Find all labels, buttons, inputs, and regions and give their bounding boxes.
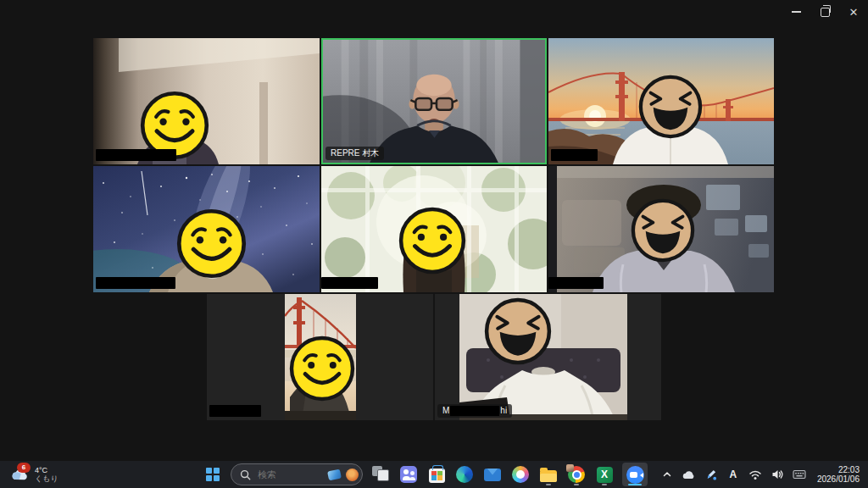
pen-input-icon[interactable] [704, 465, 719, 484]
weather-temperature: 4°C [35, 466, 58, 474]
start-button[interactable] [203, 463, 223, 486]
redacted-name-label [96, 149, 176, 161]
file-explorer-icon [540, 470, 557, 482]
running-indicator [574, 484, 579, 486]
video-tile-middle-left[interactable] [93, 166, 320, 292]
video-background-gray-curtain [323, 40, 545, 163]
chrome-profile-picture [566, 464, 574, 472]
video-tile-top-left[interactable] [93, 38, 320, 164]
taskbar-app-excel[interactable]: X [594, 463, 615, 486]
microsoft-store-icon [429, 469, 445, 483]
taskbar-app-file-explorer[interactable] [538, 463, 559, 486]
smiling-face-sticker [398, 206, 467, 275]
edge-browser-icon [456, 466, 473, 483]
taskbar-app-microsoft-store[interactable] [426, 463, 447, 486]
wifi-icon[interactable] [748, 465, 763, 484]
video-tile-top-right[interactable] [548, 38, 774, 164]
clock-time: 22:03 [838, 465, 860, 474]
search-highlight-image-icon[interactable] [327, 469, 342, 480]
hidden-icons-chevron[interactable] [659, 465, 675, 484]
taskbar-app-chat[interactable] [398, 463, 419, 486]
video-tile-middle-center[interactable] [321, 166, 547, 292]
window-controls: ✕ [782, 0, 868, 24]
taskbar-clock[interactable]: 22:03 2026/01/06 [814, 465, 863, 484]
laughing-face-sticker [483, 297, 553, 366]
weather-widget[interactable]: 6 4°C くもり [5, 461, 64, 488]
participant-name-label-partially-redacted: Mhi [437, 404, 512, 418]
taskbar-app-chrome[interactable] [566, 463, 587, 486]
minimize-button[interactable] [782, 0, 810, 24]
taskbar-app-copilot[interactable] [510, 463, 531, 486]
taskbar-app-zoom-active[interactable] [622, 463, 648, 486]
taskbar-app-edge[interactable] [454, 463, 475, 486]
search-icon [240, 469, 251, 480]
zoom-app-icon [626, 466, 644, 484]
video-tile-bottom-left[interactable] [207, 294, 433, 420]
redacted-name-label [321, 277, 378, 289]
taskbar-app-mail[interactable] [482, 463, 503, 486]
smiling-face-sticker [175, 208, 248, 280]
running-indicator [546, 484, 551, 486]
taskbar-app-task-view[interactable] [370, 463, 391, 486]
mail-icon [484, 469, 501, 481]
restore-button[interactable] [810, 0, 839, 24]
redacted-name-label [548, 277, 604, 289]
touch-keyboard-icon[interactable] [792, 465, 807, 484]
task-view-icon [374, 468, 387, 481]
running-indicator [602, 484, 607, 486]
notification-badge: 6 [17, 463, 31, 473]
active-app-indicator [628, 484, 642, 486]
search-input[interactable] [256, 469, 323, 480]
desktop: ✕ [0, 0, 868, 488]
search-daily-image-icon[interactable] [346, 469, 359, 481]
chat-people-icon [400, 466, 417, 483]
windows-logo-icon [206, 468, 220, 481]
clock-date: 2026/01/06 [817, 474, 860, 484]
redacted-name-segment [450, 406, 499, 416]
redacted-name-label [551, 149, 598, 161]
video-tile-middle-right[interactable] [548, 166, 774, 292]
weather-condition: くもり [35, 474, 58, 483]
participant-name-label: REPRE 村木 [326, 147, 384, 160]
laughing-face-sticker [637, 74, 704, 140]
chrome-browser-icon [568, 466, 585, 483]
laughing-face-sticker [630, 197, 696, 263]
redacted-name-label [209, 405, 261, 417]
volume-icon[interactable] [770, 465, 785, 484]
excel-icon: X [597, 467, 613, 483]
weather-cloud-icon: 6 [10, 465, 31, 484]
redacted-name-label [96, 277, 175, 289]
video-tile-bottom-right[interactable]: Mhi [435, 294, 661, 420]
search-box[interactable] [231, 463, 363, 485]
video-tile-active-speaker[interactable]: REPRE 村木 [321, 38, 547, 164]
close-button[interactable]: ✕ [839, 0, 868, 24]
copilot-icon [512, 466, 529, 483]
smiling-face-sticker [288, 335, 356, 402]
taskbar: 6 4°C くもり [0, 461, 868, 488]
onedrive-icon[interactable] [682, 465, 697, 484]
ime-mode-indicator[interactable]: A [726, 465, 741, 484]
